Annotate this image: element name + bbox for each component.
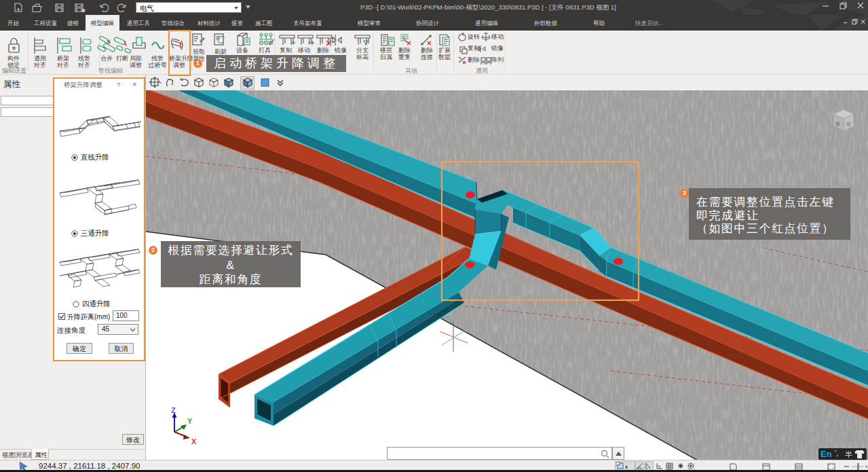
svg-text:右: 右 — [846, 122, 851, 127]
svg-text:前: 前 — [835, 122, 840, 126]
svg-text:Z: Z — [171, 406, 176, 414]
svg-text:Y: Y — [187, 417, 193, 425]
svg-text:X: X — [191, 437, 197, 446]
